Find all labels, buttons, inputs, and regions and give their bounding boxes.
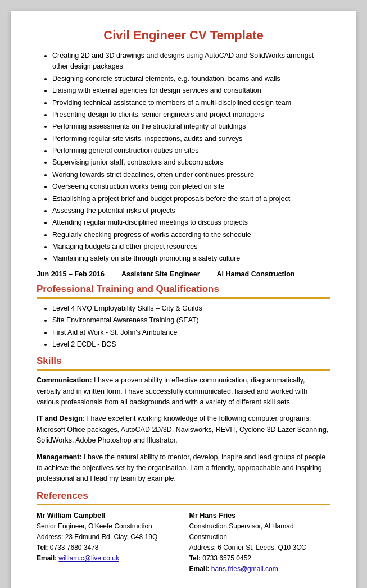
training-bullets: Level 4 NVQ Employability Skills – City … (37, 303, 330, 350)
bullet-item: Overseeing construction works being comp… (52, 181, 330, 192)
skills-blocks: Communication: I have a proven ability i… (37, 375, 330, 484)
bullet-item: Establishing a project brief and budget … (52, 194, 330, 204)
ref-name: Mr William Campbell (37, 510, 178, 521)
ref-address: Address: 23 Edmund Rd, Clay, C48 19Q (37, 532, 178, 543)
training-heading: Professional Training and Qualifications (37, 284, 330, 295)
references-divider (37, 504, 330, 505)
page-title: Civil Engineer CV Template (37, 28, 330, 43)
ref-tel: Tel: 0733 6575 0452 (189, 553, 331, 564)
bullet-item: Attending regular multi-disciplined meet… (52, 217, 330, 228)
job-line: Jun 2015 – Feb 2016 Assistant Site Engin… (37, 270, 330, 278)
page-number: Page 2 of 2 (37, 586, 330, 588)
references-container: Mr William CampbellSenior Engineer, O'Ke… (37, 510, 330, 575)
ref-email: Email: william.c@live.co.uk (37, 553, 178, 564)
bullet-item: Managing budgets and other project resou… (52, 241, 330, 252)
ref-address: Address: 6 Corner St, Leeds, Q10 3CC (189, 543, 331, 553)
bullet-item: Designing concrete structural elements, … (52, 74, 330, 84)
training-item: First Aid at Work - St. John's Ambulance (52, 327, 330, 338)
job-company: Al Hamad Construction (217, 270, 295, 278)
cv-page: Civil Engineer CV Template Creating 2D a… (11, 11, 356, 588)
job-dates: Jun 2015 – Feb 2016 (37, 270, 105, 278)
skill-label: Communication: (37, 376, 92, 384)
ref-title: Construction Supervisor, Al Hamad Constr… (189, 521, 331, 543)
training-divider (37, 297, 330, 299)
skill-label: IT and Design: (37, 414, 85, 422)
skill-label: Management: (37, 453, 82, 461)
bullet-item: Performing regular site visits, inspecti… (52, 134, 330, 144)
ref-email-link[interactable]: hans.fries@gmail.com (211, 565, 278, 573)
training-item: Site Environmental Awareness Training (S… (52, 315, 330, 326)
bullet-item: Regularly checking progress of works acc… (52, 230, 330, 240)
bullet-item: Performing assessments on the structural… (52, 121, 330, 132)
ref-name: Mr Hans Fries (189, 510, 331, 521)
bullet-item: Creating 2D and 3D drawings and designs … (52, 51, 330, 72)
skill-block: Communication: I have a proven ability i… (37, 375, 330, 408)
bullet-item: Maintaining safety on site through promo… (52, 253, 330, 264)
bullet-item: Supervising junior staff, contractors an… (52, 157, 330, 168)
references-heading: References (37, 490, 330, 502)
reference-block: Mr William CampbellSenior Engineer, O'Ke… (37, 510, 178, 575)
ref-title: Senior Engineer, O'Keefe Construction (37, 521, 178, 532)
experience-bullets: Creating 2D and 3D drawings and designs … (37, 51, 330, 265)
job-title: Assistant Site Engineer (121, 270, 200, 278)
bullet-item: Assessing the potential risks of project… (52, 206, 330, 216)
skill-block: IT and Design: I have excellent working … (37, 413, 330, 446)
skills-heading: Skills (37, 355, 330, 367)
skill-block: Management: I have the natural ability t… (37, 452, 330, 485)
ref-email: Email: hans.fries@gmail.com (189, 564, 331, 575)
reference-block: Mr Hans FriesConstruction Supervisor, Al… (189, 510, 331, 575)
bullet-item: Liaising with external agencies for desi… (52, 85, 330, 96)
skills-divider (37, 369, 330, 371)
training-item: Level 2 ECDL - BCS (52, 339, 330, 350)
ref-email-link[interactable]: william.c@live.co.uk (58, 554, 119, 562)
bullet-item: Performing general construction duties o… (52, 145, 330, 156)
bullet-item: Working towards strict deadlines, often … (52, 170, 330, 180)
training-item: Level 4 NVQ Employability Skills – City … (52, 303, 330, 314)
ref-tel: Tel: 0733 7680 3478 (37, 543, 178, 553)
bullet-item: Providing technical assistance to member… (52, 98, 330, 108)
bullet-item: Presenting design to clients, senior eng… (52, 110, 330, 120)
